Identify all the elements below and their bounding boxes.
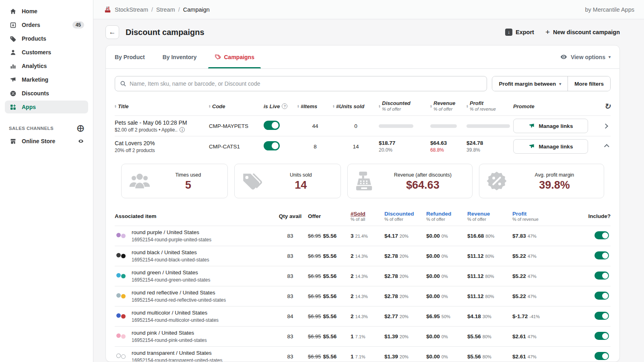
col-discounted[interactable]: ▴▾Discounted% of offer xyxy=(379,100,430,112)
search-input[interactable] xyxy=(130,80,482,87)
include-toggle[interactable] xyxy=(594,231,609,239)
view-options-button[interactable]: View options ▾ xyxy=(560,53,611,61)
include-toggle[interactable] xyxy=(594,292,609,300)
item-name[interactable]: round black / United States xyxy=(132,249,209,256)
discounted-amount: $2.77 xyxy=(384,313,398,319)
col-discounted[interactable]: Discounted% of offer xyxy=(384,211,426,222)
sold-count: 2 xyxy=(351,253,354,259)
table-row: round black / United States 16952154-rou… xyxy=(115,246,611,266)
home-icon xyxy=(9,7,17,15)
col-title[interactable]: ▴▾Title xyxy=(115,103,209,109)
stat-value: 14 xyxy=(295,179,307,191)
refresh-icon[interactable]: ↻ xyxy=(604,102,611,111)
plus-icon: + xyxy=(545,28,550,37)
is-live-toggle[interactable] xyxy=(264,121,280,130)
sort-icon: ▴▾ xyxy=(430,105,431,108)
sidebar-item-discounts[interactable]: Discounts xyxy=(5,87,88,100)
eye-icon[interactable] xyxy=(78,138,84,144)
sidebar-item-home[interactable]: Home xyxy=(5,5,88,18)
profit-pct: 47% xyxy=(528,274,537,279)
chevron-up-icon[interactable] xyxy=(604,144,609,149)
include-toggle[interactable] xyxy=(594,251,609,259)
back-button[interactable]: ← xyxy=(105,25,119,39)
sidebar-item-orders[interactable]: Orders 45 xyxy=(5,19,88,31)
col-profit[interactable]: Profit% of revenue xyxy=(512,211,557,222)
campaign-title[interactable]: Cat Lovers 20% xyxy=(115,140,209,146)
sidebar-item-marketing[interactable]: Marketing xyxy=(5,73,88,86)
sidebar-item-apps[interactable]: Apps xyxy=(5,101,88,113)
sidebar-item-customers[interactable]: Customers xyxy=(5,46,88,59)
include-toggle[interactable] xyxy=(594,332,609,340)
back-arrow-icon: ← xyxy=(109,28,116,36)
info-icon[interactable]: i xyxy=(180,127,185,132)
item-sku: 16952154-round-multicolor-united-states xyxy=(132,317,219,323)
item-name[interactable]: round purple / United States xyxy=(132,229,211,236)
col-units-sold[interactable]: ▴▾#Units sold xyxy=(333,103,379,109)
col-items[interactable]: ▴▾#Items xyxy=(297,103,333,109)
profit-amount: $2.61 xyxy=(512,354,526,360)
chevron-right-icon[interactable] xyxy=(603,123,608,129)
manage-links-button[interactable]: Manage links xyxy=(513,119,588,133)
sales-channels-section: SALES CHANNELS ⨁ xyxy=(9,124,84,132)
original-price: $6.95 xyxy=(308,313,321,319)
refunded-pct: 0% xyxy=(442,274,448,279)
breadcrumb-app[interactable]: StockStream xyxy=(115,6,148,13)
offer-price: $5.56 xyxy=(323,354,337,360)
col-sold[interactable]: #Sold% of all xyxy=(351,211,384,222)
sort-icon: ▴▾ xyxy=(209,105,210,108)
manage-links-label: Manage links xyxy=(539,144,573,150)
sidebar-item-products[interactable]: Products xyxy=(5,32,88,45)
tags-icon xyxy=(215,53,221,60)
refunded-amount: $0.00 xyxy=(426,354,440,360)
tags-icon xyxy=(241,171,264,191)
revenue-amount: $64.63 xyxy=(430,140,466,146)
item-name[interactable]: round green / United States xyxy=(132,269,210,276)
item-name[interactable]: round transparent / United States xyxy=(132,350,222,357)
tab-by-inventory[interactable]: By Inventory xyxy=(163,45,197,68)
include-toggle[interactable] xyxy=(594,272,609,280)
is-live-toggle[interactable] xyxy=(264,141,280,150)
col-refunded[interactable]: Refunded% of offer xyxy=(426,211,467,222)
search-box[interactable] xyxy=(115,76,487,91)
tab-campaigns[interactable]: Campaigns xyxy=(215,45,254,68)
col-code[interactable]: ▴▾Code xyxy=(209,103,264,109)
col-associated-item: Associated item xyxy=(115,213,272,219)
item-name[interactable]: round pink / United States xyxy=(132,329,207,337)
breadcrumb-mid[interactable]: Stream xyxy=(156,6,175,13)
col-profit[interactable]: ▴▾Profit% of revenue xyxy=(466,100,513,112)
breadcrumb-separator: / xyxy=(178,6,180,13)
profit-pct: 39.8% xyxy=(466,147,513,153)
export-button[interactable]: ↓ Export xyxy=(505,29,534,36)
revenue-pct: 80% xyxy=(485,234,494,239)
more-filters-button[interactable]: More filters xyxy=(568,76,610,91)
include-toggle[interactable] xyxy=(594,312,609,320)
manage-links-button[interactable]: Manage links xyxy=(513,139,588,154)
sold-count: 2 xyxy=(351,313,354,319)
refunded-amount: $0.00 xyxy=(426,253,440,259)
profit-margin-filter-button[interactable]: Profit margin between ▾ xyxy=(492,76,568,91)
profit-amount: $5.22 xyxy=(512,293,526,299)
add-channel-icon[interactable]: ⨁ xyxy=(77,124,84,132)
item-name[interactable]: round red reflective / United States xyxy=(132,289,226,296)
new-discount-campaign-button[interactable]: + New discount campaign xyxy=(545,28,620,37)
col-revenue[interactable]: Revenue% of offer xyxy=(467,211,512,222)
campaign-title[interactable]: Pets sale - May 06 10:28 PM xyxy=(115,119,209,126)
app-window: Home Orders 45 Products Customers Analyt… xyxy=(0,0,644,362)
col-revenue[interactable]: ▴▾Revenue% of offer xyxy=(430,100,466,112)
revenue-pct: 80% xyxy=(485,294,494,299)
eye-icon xyxy=(560,53,568,61)
refunded-amount: $0.00 xyxy=(426,233,440,239)
include-toggle[interactable] xyxy=(594,352,609,360)
qty-avail-value: 83 xyxy=(287,293,293,299)
revenue-amount: $4.18 xyxy=(467,313,481,319)
tab-by-product[interactable]: By Product xyxy=(115,45,145,68)
sidebar-item-online-store[interactable]: Online Store xyxy=(5,135,88,148)
refunded-pct: 50% xyxy=(442,314,450,319)
item-name[interactable]: round multicolor / United States xyxy=(132,309,219,317)
profit-pct: 47% xyxy=(528,334,537,339)
profit-amount: $24.78 xyxy=(466,140,513,146)
sold-pct: 7.1% xyxy=(355,354,365,359)
col-offer: Offer xyxy=(308,213,351,219)
help-icon[interactable]: ? xyxy=(282,103,287,109)
sidebar-item-analytics[interactable]: Analytics xyxy=(5,60,88,72)
